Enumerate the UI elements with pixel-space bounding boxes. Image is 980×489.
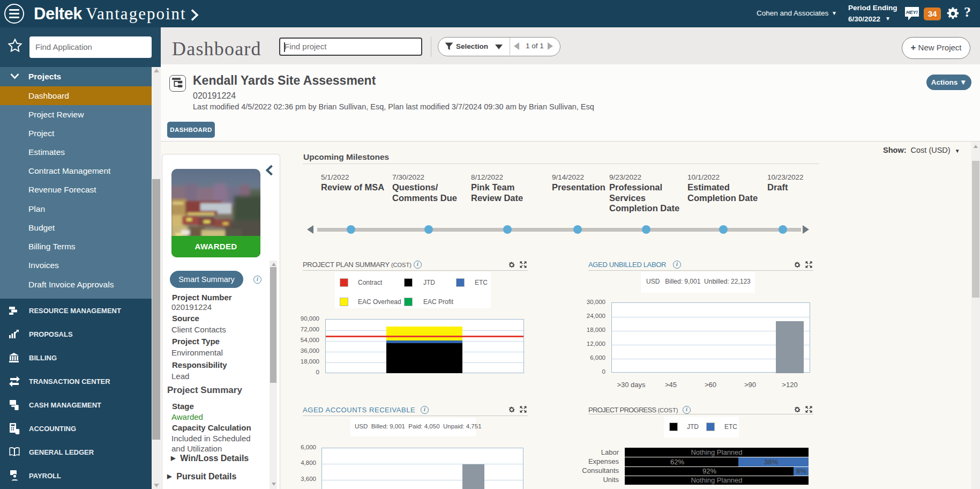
svg-text:HEY!: HEY! [906, 10, 918, 15]
